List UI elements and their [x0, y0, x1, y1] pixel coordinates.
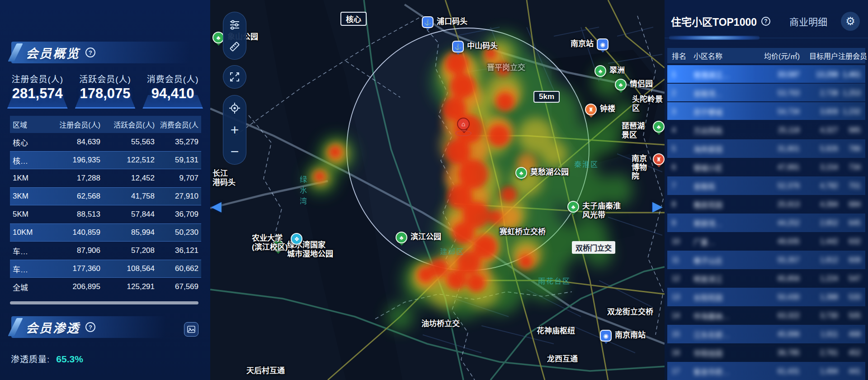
- anchor-map-pin[interactable]: ⚓中山码头: [452, 41, 501, 52]
- table-cell: 17: [672, 367, 693, 375]
- tower-map-pin[interactable]: ♜钟楼: [585, 104, 618, 115]
- road-label: 赛虹桥立交桥: [500, 228, 546, 237]
- museum-map-pin[interactable]: 南京博物院♜: [628, 153, 665, 181]
- park-map-pin[interactable]: ♣情侣园: [615, 79, 656, 90]
- tab-business-detail[interactable]: 商业明细: [789, 14, 827, 28]
- station-icon: ◉: [597, 38, 609, 50]
- road-label: 油坊桥立交: [421, 319, 460, 328]
- table-row[interactable]: 核心84,63955,56335,279: [10, 133, 201, 151]
- table-cell: 36,121: [155, 246, 198, 255]
- table-cell: 1: [672, 71, 693, 79]
- table-cell: 65,856: [752, 275, 800, 283]
- road-label: 天后村互通: [246, 366, 285, 375]
- table-cell: 27,910: [155, 192, 198, 201]
- table-row[interactable]: 2金陵湾…53,7632,7381,253: [667, 84, 865, 102]
- table-row[interactable]: 全城206,895125,29167,569: [10, 278, 201, 296]
- table-row[interactable]: 9翠屏湾…44,2522,852645: [667, 214, 865, 232]
- anchor-map-pin[interactable]: ⚓浦口码头: [422, 16, 471, 28]
- settings-button[interactable]: ⚙: [841, 12, 860, 31]
- table-row[interactable]: 3苏宁睿城54,7343,8091,232: [667, 102, 865, 121]
- zoom-out-button[interactable]: −: [223, 141, 246, 162]
- table-row[interactable]: 17紫金华府…61,4311,494441: [667, 362, 865, 380]
- park-map-pin[interactable]: ♣翠洲: [594, 65, 628, 77]
- table-row[interactable]: 6银城小区47,8913,154734: [667, 158, 865, 176]
- table-row[interactable]: 7金陵苑52,3764,782701: [667, 176, 865, 195]
- gear-icon: ⚙: [845, 15, 855, 28]
- horizontal-scrollbar[interactable]: [10, 301, 198, 304]
- stat-card: 消费会员(人)94,410: [141, 72, 205, 109]
- table-row[interactable]: 3KM62,56841,75827,910: [10, 187, 201, 205]
- table-cell: 金陵苑: [693, 180, 752, 191]
- table-cell: 1,253: [838, 89, 861, 97]
- map-label-text: 南京站: [571, 39, 594, 48]
- table-row[interactable]: 10KM140,85985,99450,230: [10, 223, 201, 242]
- station-map-pin[interactable]: ◉南京南站: [600, 330, 649, 342]
- table-cell: 3: [672, 108, 693, 116]
- table-cell: 177,360: [42, 264, 100, 273]
- table-cell: 银城小区: [693, 162, 752, 173]
- help-icon[interactable]: ?: [85, 48, 95, 57]
- help-icon[interactable]: ?: [85, 322, 95, 332]
- zoom-in-button[interactable]: +: [223, 119, 246, 141]
- stat-card: 注册会员(人)281,574: [5, 72, 70, 109]
- table-row[interactable]: 5海亮星园31,8015,926786: [667, 139, 865, 158]
- tab-residential-top1000[interactable]: 住宅小区TOP1000 ?: [671, 14, 770, 29]
- table-cell: 47,891: [752, 163, 800, 171]
- column-header: 消费会员(人: [155, 119, 198, 130]
- measure-ruler-button[interactable]: [223, 36, 246, 57]
- export-image-button[interactable]: [184, 322, 198, 337]
- table-cell: 4,782: [800, 182, 838, 190]
- table-cell: 2,738: [800, 89, 838, 97]
- road-label: 花神庙枢纽: [537, 327, 575, 336]
- locate-button[interactable]: [223, 97, 246, 119]
- member-overview-title: 会员概览: [26, 44, 80, 62]
- table-row[interactable]: 5KM88,51357,84436,709: [10, 205, 201, 223]
- table-cell: 44,252: [752, 219, 800, 227]
- park-map-pin[interactable]: 琵琶湖景区♣: [618, 121, 665, 139]
- collapse-left-panel-arrow[interactable]: ◀: [211, 198, 222, 214]
- store-location-marker[interactable]: ⌂: [454, 117, 472, 138]
- table-row[interactable]: 车…87,90657,20836,121: [10, 242, 201, 260]
- residential-table-header: 排名小区名称均价(元/㎡)目标用户注册会员: [667, 48, 865, 63]
- table-row[interactable]: 核…196,935122,51259,131: [10, 151, 201, 169]
- member-penetration-title: 会员渗透: [26, 318, 80, 336]
- table-cell: 13: [672, 293, 693, 301]
- table-cell: 4,327: [800, 126, 838, 134]
- district-label: 建邺区: [440, 246, 464, 256]
- table-cell: 8: [672, 200, 693, 209]
- table-cell: 125,291: [100, 282, 155, 291]
- table-row[interactable]: 8雅居花园25,9134,394684: [667, 195, 865, 214]
- table-row[interactable]: 1KM17,28812,4529,707: [10, 169, 201, 187]
- table-cell: 55,357: [752, 256, 800, 264]
- park-map-pin[interactable]: ♣夫子庙秦淮 风光带: [567, 201, 624, 219]
- table-row[interactable]: 16华阳佳园36,7852,761452: [667, 343, 865, 362]
- map-badge: 5km: [533, 91, 560, 103]
- table-row[interactable]: 4万达西苑25,1184,327985: [667, 121, 865, 139]
- table-row[interactable]: 车…177,360108,56460,662: [10, 260, 201, 278]
- table-cell: 122,512: [100, 156, 155, 165]
- park-map-pin[interactable]: ♣滨江公园: [396, 232, 444, 243]
- park-icon: ♣: [615, 79, 627, 90]
- map-label-text: 莫愁湖公园: [530, 168, 569, 177]
- table-row[interactable]: 12明发滨江65,8561,224547: [667, 269, 865, 288]
- city-heatmap[interactable]: 核心5km双桥门立交⚓浦口码头⚓中山码头南京站◉◉南京南站♣翠洲♣情侣园♜钟楼琵…: [210, 0, 665, 380]
- help-icon[interactable]: ?: [761, 17, 770, 26]
- table-row[interactable]: 13长阳花园50,4301,388533: [667, 288, 865, 306]
- table-row[interactable]: 15江东名邸…45,9961,911468: [667, 325, 865, 343]
- table-cell: 57,844: [100, 210, 155, 219]
- station-map-pin[interactable]: 南京站◉: [567, 38, 609, 50]
- school-map-pin[interactable]: 农业大学 (滨江校区)❖: [249, 233, 302, 252]
- table-row[interactable]: 11橡子山庄55,3571,812608: [667, 251, 865, 269]
- anchor-icon: ⚓: [422, 16, 434, 28]
- table-row[interactable]: 10广厦…49,9351,442632: [667, 232, 865, 251]
- table-cell: 1,224: [800, 275, 838, 283]
- table-cell: 84,639: [42, 138, 100, 147]
- collapse-right-panel-arrow[interactable]: ▶: [652, 198, 663, 214]
- fullscreen-button[interactable]: [223, 65, 246, 89]
- layer-filter-button[interactable]: [223, 14, 246, 36]
- table-row[interactable]: 1世茂滨江…33,58713,2991,461: [667, 65, 865, 84]
- park-map-pin[interactable]: ♣莫愁湖公园: [515, 167, 572, 179]
- map-label-text: 中山码头: [467, 42, 498, 51]
- stat-value: 281,574: [5, 86, 70, 102]
- table-row[interactable]: 14中海塞纳…63,3223,730505: [667, 306, 865, 325]
